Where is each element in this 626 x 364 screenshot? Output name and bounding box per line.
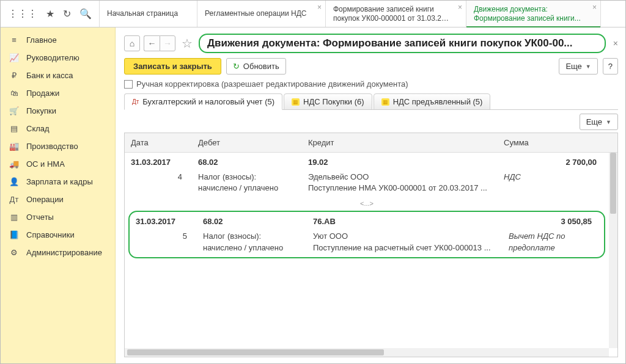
nav-label: Покупки [26,106,56,115]
star-icon[interactable]: ★ [46,8,54,20]
tab-vat-purchase[interactable]: ▦ НДС Покупки (6) [284,93,372,110]
grid-more-button[interactable]: Еще ▼ [580,114,618,130]
nav-label: Отчеты [26,213,54,222]
col-date[interactable]: Дата [125,133,192,152]
refresh-icon: ↻ [233,62,240,71]
nav-icon: 🛍 [9,89,19,98]
grid-body: 31.03.2017 68.02 19.02 2 700,00 4 Налог … [125,153,609,348]
close-icon[interactable]: × [592,3,597,12]
close-icon[interactable]: × [317,3,322,12]
highlight-box: 31.03.2017 68.02 76.АВ 3 050,85 5 Налог … [128,211,605,258]
nav-label: Склад [26,124,50,133]
tab-accounting[interactable]: Дт Бухгалтерский и налоговый учет (5) [124,93,282,110]
toolbar-tools: ⋮⋮⋮ ★ ↻ 🔍 [1,1,100,27]
nav-icon: ₽ [9,71,19,80]
more-button[interactable]: Еще ▼ [559,58,597,75]
chevron-down-icon: ▼ [586,64,591,70]
nav-label: ОС и НМА [26,159,65,169]
chevron-down-icon: ▼ [606,119,611,125]
sidebar-item[interactable]: 👤Зарплата и кадры [1,173,115,191]
sidebar-item[interactable]: ⚙Администрирование [1,244,115,261]
vertical-scrollbar[interactable] [609,153,617,348]
back-button[interactable]: ← [144,35,160,51]
save-close-button[interactable]: Записать и закрыть [124,58,221,75]
col-credit[interactable]: Кредит [302,133,498,152]
table-row[interactable]: 31.03.2017 68.02 76.АВ 3 050,85 [130,212,604,231]
nav-label: Производство [26,142,78,151]
nav-label: Продажи [26,89,59,98]
tab-form-book[interactable]: Формирование записей книги покупок УК00-… [326,1,466,27]
sidebar-item[interactable]: 📘Справочники [1,226,115,244]
history-icon[interactable]: ↻ [63,8,71,20]
manual-edit-checkbox[interactable] [124,80,133,89]
table-row[interactable]: 31.03.2017 68.02 19.02 2 700,00 [125,153,609,172]
grid-header: Дата Дебет Кредит Сумма [125,133,617,153]
nav-icon: Дт [9,195,19,204]
apps-icon[interactable]: ⋮⋮⋮ [8,8,37,20]
tab-movements[interactable]: Движения документа: Формирование записей… [466,1,601,27]
sidebar-item[interactable]: 🛒Покупки [1,102,115,120]
close-icon[interactable]: × [613,38,618,48]
favorite-icon[interactable]: ☆ [182,36,193,51]
help-button[interactable]: ? [603,58,618,75]
journal-icon: Дт [132,98,139,105]
nav-icon: 👤 [9,177,19,186]
close-icon[interactable]: × [458,3,462,12]
refresh-button[interactable]: ↻ Обновить [226,58,286,75]
checkbox-label: Ручная корректировка (разрешает редактир… [136,79,408,89]
grid: Дата Дебет Кредит Сумма 31.03.2017 68.02… [124,133,618,357]
sidebar-item[interactable]: 🏭Производство [1,137,115,155]
nav-icon: 🛒 [9,106,19,115]
sidebar-item[interactable]: 🚚ОС и НМА [1,155,115,173]
search-icon[interactable]: 🔍 [79,8,92,20]
nav-icon: ⚙ [9,248,19,257]
table-row-detail[interactable]: 4 Налог (взносы): начислено / уплачено Э… [125,172,609,197]
sidebar-item[interactable]: ДтОперации [1,191,115,208]
nav-label: Операции [26,195,64,204]
nav-label: Руководителю [26,53,79,62]
sidebar-item[interactable]: 📈Руководителю [1,49,115,67]
nav-label: Справочники [26,230,75,239]
nav-icon: 🏭 [9,142,19,151]
page-title: Движения документа: Формирование записей… [199,34,606,53]
nav-icon: ▥ [9,213,19,222]
sidebar-item[interactable]: ≡Главное [1,31,115,49]
nav-label: Зарплата и кадры [26,177,93,186]
table-row-detail[interactable]: 5 Налог (взносы): начислено / уплачено У… [130,231,604,257]
sidebar-item[interactable]: ₽Банк и касса [1,67,115,84]
nav-icon: ≡ [9,35,19,45]
nav-icon: ▤ [9,124,19,133]
nav-label: Администрирование [26,248,102,257]
tab-vat-presented[interactable]: ▦ НДС предъявленный (5) [374,93,491,110]
sub-tabs: Дт Бухгалтерский и налоговый учет (5) ▦ … [124,93,618,110]
nav-icon: 📘 [9,230,19,239]
col-sum[interactable]: Сумма [498,133,617,152]
top-tabbar: ⋮⋮⋮ ★ ↻ 🔍 Начальная страница Регламентны… [1,1,625,27]
nav-icon: 📈 [9,53,19,62]
sidebar-item[interactable]: ▤Склад [1,120,115,137]
nav-label: Банк и касса [26,71,73,80]
home-button[interactable]: ⌂ [124,35,140,51]
tab-home[interactable]: Начальная страница [100,1,197,27]
content: ⌂ ← → ☆ Движения документа: Формирование… [116,27,625,363]
nav-icon: 🚚 [9,159,19,169]
row-separator: <...> [125,197,609,209]
forward-button[interactable]: → [160,35,175,51]
nav-label: Главное [26,35,57,45]
col-debit[interactable]: Дебет [192,133,302,152]
sidebar: ≡Главное📈Руководителю₽Банк и касса🛍Прода… [1,27,116,363]
sidebar-item[interactable]: ▥Отчеты [1,208,115,226]
register-icon: ▦ [292,98,300,106]
sidebar-item[interactable]: 🛍Продажи [1,84,115,102]
register-icon: ▦ [381,98,389,106]
horizontal-scrollbar[interactable] [125,348,609,357]
tab-reglament[interactable]: Регламентные операции НДС × [197,1,326,27]
